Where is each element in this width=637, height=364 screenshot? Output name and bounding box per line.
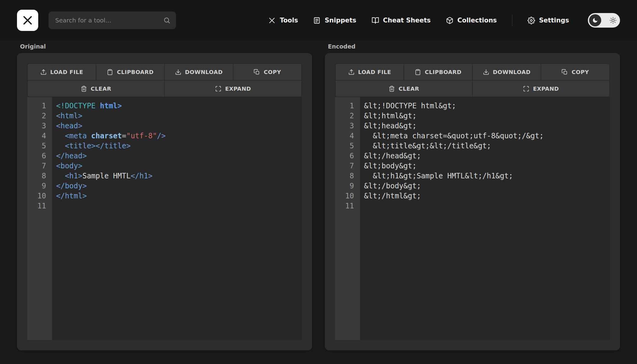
panel-label: Original: [20, 43, 312, 50]
code-editor[interactable]: 1234567891011 <!DOCTYPE html><html><head…: [27, 97, 302, 340]
main-nav: Tools Snippets Cheat Sheets Collections …: [268, 15, 569, 26]
trash-icon: [81, 86, 87, 92]
crossed-tools-logo-icon: [22, 15, 33, 26]
expand-button[interactable]: EXPAND: [473, 80, 609, 97]
nav-item-snippets[interactable]: Snippets: [313, 17, 356, 24]
line-numbers: 1234567891011: [335, 97, 360, 340]
load-file-button[interactable]: LOAD FILE: [28, 64, 96, 80]
editor-card: LOAD FILE CLIPBOARD DOWNLOAD COPY CLEAR: [17, 53, 312, 350]
tool-search: [49, 12, 176, 29]
upload-icon: [348, 69, 355, 75]
expand-icon: [215, 86, 221, 92]
nav-item-tools[interactable]: Tools: [268, 17, 298, 24]
nav-item-settings[interactable]: Settings: [527, 17, 569, 24]
button-label: CLEAR: [399, 86, 419, 92]
copy-icon: [561, 69, 568, 75]
nav-label: Collections: [457, 17, 497, 24]
trash-icon: [389, 86, 395, 92]
expand-icon: [523, 86, 529, 92]
panel-label: Encoded: [328, 43, 620, 50]
button-label: EXPAND: [533, 86, 559, 92]
editor-card: LOAD FILE CLIPBOARD DOWNLOAD COPY CLEAR: [325, 53, 620, 350]
download-icon: [175, 69, 181, 75]
button-label: CLIPBOARD: [425, 69, 461, 75]
clear-button[interactable]: CLEAR: [335, 80, 472, 97]
workspace: Original LOAD FILE CLIPBOARD DOWNLOAD CO…: [0, 41, 637, 350]
code-editor[interactable]: 1234567891011 &lt;!DOCTYPE html&gt;&lt;h…: [335, 97, 610, 340]
button-label: CLEAR: [91, 86, 111, 92]
encoded-panel: Encoded LOAD FILE CLIPBOARD DOWNLOAD COP…: [325, 42, 620, 350]
button-label: EXPAND: [225, 86, 251, 92]
clipboard-icon: [107, 69, 113, 75]
button-label: LOAD FILE: [50, 69, 83, 75]
snippets-icon: [313, 17, 321, 24]
nav-label: Snippets: [325, 17, 356, 24]
book-open-icon: [372, 17, 379, 24]
download-button[interactable]: DOWNLOAD: [165, 64, 233, 80]
download-button[interactable]: DOWNLOAD: [473, 64, 541, 80]
editor-toolbar: LOAD FILE CLIPBOARD DOWNLOAD COPY CLEAR: [335, 63, 610, 97]
app-logo[interactable]: [17, 10, 38, 31]
editor-toolbar: LOAD FILE CLIPBOARD DOWNLOAD COPY CLEAR: [27, 63, 302, 97]
button-label: DOWNLOAD: [185, 69, 223, 75]
box-icon: [446, 17, 453, 24]
search-icon: [163, 17, 170, 24]
button-label: COPY: [264, 69, 281, 75]
tools-icon: [268, 17, 276, 24]
clipboard-button[interactable]: CLIPBOARD: [404, 64, 472, 80]
clipboard-icon: [415, 69, 421, 75]
nav-divider: [512, 15, 512, 26]
button-label: DOWNLOAD: [493, 69, 531, 75]
button-label: LOAD FILE: [358, 69, 391, 75]
copy-button[interactable]: COPY: [541, 64, 609, 80]
copy-button[interactable]: COPY: [233, 64, 302, 80]
code-lines: &lt;!DOCTYPE html&gt;&lt;html&gt;&lt;hea…: [360, 97, 610, 340]
sun-icon: [609, 17, 617, 24]
search-input[interactable]: [55, 17, 163, 24]
theme-toggle-knob: [589, 14, 601, 26]
clear-button[interactable]: CLEAR: [28, 80, 164, 97]
nav-label: Cheat Sheets: [383, 17, 431, 24]
nav-label: Tools: [280, 17, 298, 24]
nav-item-collections[interactable]: Collections: [446, 17, 497, 24]
theme-toggle[interactable]: [588, 13, 620, 28]
button-label: COPY: [571, 69, 589, 75]
app-header: Tools Snippets Cheat Sheets Collections …: [0, 0, 637, 41]
load-file-button[interactable]: LOAD FILE: [335, 64, 404, 80]
nav-label: Settings: [539, 17, 569, 24]
download-icon: [483, 69, 489, 75]
gear-icon: [527, 17, 535, 24]
clipboard-button[interactable]: CLIPBOARD: [96, 64, 164, 80]
nav-item-cheat-sheets[interactable]: Cheat Sheets: [372, 17, 431, 24]
upload-icon: [40, 69, 47, 75]
code-lines: <!DOCTYPE html><html><head> <meta charse…: [52, 97, 302, 340]
moon-icon: [592, 17, 598, 23]
copy-icon: [254, 69, 260, 75]
original-panel: Original LOAD FILE CLIPBOARD DOWNLOAD CO…: [17, 42, 312, 350]
button-label: CLIPBOARD: [117, 69, 153, 75]
expand-button[interactable]: EXPAND: [165, 80, 302, 97]
line-numbers: 1234567891011: [27, 97, 52, 340]
